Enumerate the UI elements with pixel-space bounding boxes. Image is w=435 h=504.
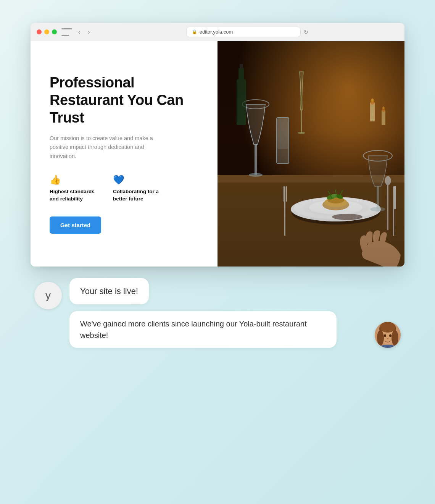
chat-section: y Your site is live! We've gained more c… xyxy=(31,278,404,348)
maximize-button[interactable] xyxy=(52,29,57,34)
chat-bubble-live: Your site is live! xyxy=(69,278,149,304)
svg-point-50 xyxy=(387,338,389,339)
hero-title: Professional Restaurant You Can Trust xyxy=(50,74,198,126)
chat-bubble-testimonial: We've gained more clients since launchin… xyxy=(69,311,337,348)
svg-point-49 xyxy=(389,334,392,337)
address-bar-container: 🔒 editor.yola.com ↻ xyxy=(96,27,398,37)
left-panel: Professional Restaurant You Can Trust Ou… xyxy=(31,41,218,267)
svg-point-45 xyxy=(377,330,384,346)
user-avatar xyxy=(375,322,401,348)
user-avatar-container xyxy=(375,322,401,348)
traffic-lights xyxy=(37,29,57,34)
thumbs-up-icon: 👍 xyxy=(50,174,99,185)
right-panel xyxy=(218,41,404,267)
svg-point-48 xyxy=(384,334,386,337)
browser-toolbar: ‹ › 🔒 editor.yola.com ↻ xyxy=(31,23,404,41)
features-row: 👍 Highest standards and reliability 💙 Co… xyxy=(50,174,198,203)
chat-messages: Your site is live! We've gained more cli… xyxy=(69,278,401,348)
url-text: editor.yola.com xyxy=(200,29,233,35)
feature-item-collaborating: 💙 Collaborating for a better future xyxy=(113,174,163,203)
feature-label-standards: Highest standards and reliability xyxy=(50,188,99,203)
hero-subtitle: Our mission is to create value and make … xyxy=(50,134,164,161)
heart-icon: 💙 xyxy=(113,174,163,185)
sidebar-toggle-icon[interactable] xyxy=(61,28,72,36)
svg-point-46 xyxy=(392,330,398,346)
forward-button[interactable]: › xyxy=(86,28,91,36)
browser-window: ‹ › 🔒 editor.yola.com ↻ Professional Res… xyxy=(31,23,404,267)
yola-avatar: y xyxy=(34,282,62,309)
get-started-button[interactable]: Get started xyxy=(50,216,101,234)
minimize-button[interactable] xyxy=(44,29,49,34)
svg-rect-41 xyxy=(218,41,404,267)
reload-button[interactable]: ↻ xyxy=(304,29,308,35)
restaurant-image xyxy=(218,41,404,267)
address-bar[interactable]: 🔒 editor.yola.com xyxy=(186,27,301,37)
feature-label-collaborating: Collaborating for a better future xyxy=(113,188,163,203)
lock-icon: 🔒 xyxy=(192,29,197,34)
back-button[interactable]: ‹ xyxy=(77,28,82,36)
browser-content: Professional Restaurant You Can Trust Ou… xyxy=(31,41,404,267)
close-button[interactable] xyxy=(37,29,42,34)
feature-item-standards: 👍 Highest standards and reliability xyxy=(50,174,99,203)
svg-point-47 xyxy=(380,322,395,333)
